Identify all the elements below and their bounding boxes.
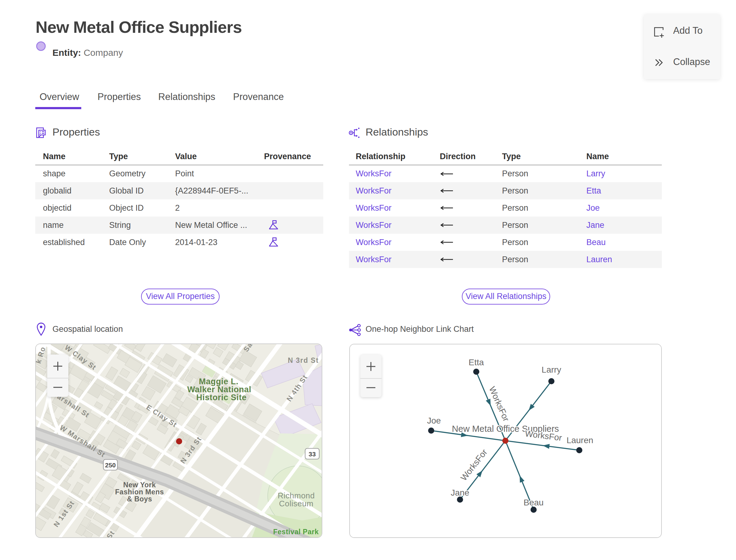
svg-text:250: 250 xyxy=(105,462,116,469)
svg-text:Coliseum: Coliseum xyxy=(279,499,313,508)
svg-text:Lauren: Lauren xyxy=(566,435,593,445)
svg-text:Jane: Jane xyxy=(451,488,470,497)
svg-text:Etta: Etta xyxy=(469,358,484,367)
svg-text:Beau: Beau xyxy=(523,498,543,507)
svg-text:Festival Park: Festival Park xyxy=(273,528,319,536)
svg-text:& Boys: & Boys xyxy=(127,495,152,503)
svg-text:N 3rd St: N 3rd St xyxy=(288,356,319,364)
svg-text:Historic Site: Historic Site xyxy=(196,393,247,402)
svg-text:Joe: Joe xyxy=(427,416,441,425)
svg-text:Larry: Larry xyxy=(542,365,561,374)
svg-text:33: 33 xyxy=(309,451,316,458)
